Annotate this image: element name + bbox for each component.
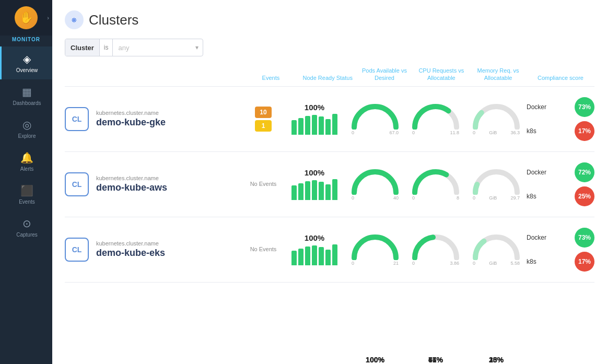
svg-text:⎈: ⎈ — [72, 15, 77, 24]
bar — [291, 120, 297, 135]
compliance-row: Docker 73% — [527, 97, 594, 117]
node-ready-pct: 100% — [305, 233, 324, 242]
pods-max: 67.0 — [389, 130, 399, 135]
compliance-badge: 73% — [575, 228, 594, 248]
compliance-row: k8s 25% — [527, 186, 594, 206]
pods-min: 0 — [352, 195, 354, 201]
compliance-badge: 17% — [575, 252, 594, 272]
bar — [332, 244, 337, 265]
cpu-gauge-range: 0 11.8 — [412, 130, 459, 135]
sidebar-item-events[interactable]: ⬛ Events — [0, 178, 52, 211]
gauge-svg — [473, 168, 520, 195]
col-compliance-label: Compliance score — [538, 75, 583, 81]
bar — [312, 180, 317, 200]
filter-select[interactable]: Cluster is any ▾ — [65, 39, 203, 56]
bar — [332, 114, 337, 135]
filter-bar: Cluster is any ▾ — [65, 39, 594, 56]
sidebar-item-explore[interactable]: ◎ Explore — [0, 112, 52, 145]
cpu-gauge-column: 71% 0 11.8 — [405, 102, 466, 135]
memory-unit: GiB — [489, 261, 497, 266]
compliance-name: k8s — [527, 193, 536, 200]
sidebar-item-captures[interactable]: ⊙ Captures — [0, 211, 52, 244]
cluster-namespace: kubernetes.cluster.name — [96, 240, 165, 246]
gauge-svg — [473, 102, 520, 130]
bar — [325, 250, 331, 265]
sidebar-item-overview[interactable]: ◈ Overview — [0, 46, 52, 79]
cluster-hex: CL — [65, 238, 89, 262]
filter-value-label: any — [113, 39, 191, 56]
cluster-name[interactable]: demo-kube-aws — [96, 182, 167, 193]
compliance-row: k8s 17% — [527, 121, 594, 141]
cluster-name[interactable]: demo-kube-eks — [96, 248, 165, 259]
cluster-text: kubernetes.cluster.name demo-kube-eks — [96, 240, 165, 259]
compliance-name: k8s — [527, 258, 536, 265]
main-content: ⎈ Clusters Cluster is any ▾ Events Node … — [52, 0, 607, 364]
compliance-badge: 73% — [575, 97, 594, 117]
pods-gauge-column: 100% 0 40 — [345, 168, 405, 201]
col-events-label: Events — [262, 75, 280, 81]
memory-min: 0 — [473, 261, 475, 266]
node-status-column: 100% — [284, 103, 345, 135]
cpu-min: 0 — [412, 195, 415, 201]
node-status-column: 100% — [284, 168, 345, 200]
cluster-name[interactable]: demo-kube-gke — [96, 117, 166, 128]
sidebar-item-alerts[interactable]: 🔔 Alerts — [0, 145, 52, 178]
cpu-min: 0 — [412, 261, 415, 266]
col-pods-header: Pods Available vs Desired — [356, 67, 413, 82]
pods-min: 0 — [352, 261, 354, 266]
bar-chart — [291, 244, 337, 265]
col-memory-label: Memory Req. vs Allocatable — [477, 67, 519, 81]
event-badge: 1 — [255, 120, 272, 132]
cluster-hex: CL — [65, 107, 89, 131]
cpu-max: 8 — [457, 195, 459, 201]
compliance-name: Docker — [527, 103, 546, 111]
pods-gauge-range: 0 40 — [352, 195, 399, 201]
sidebar-item-label-overview: Overview — [16, 67, 38, 73]
node-ready-pct: 100% — [305, 168, 324, 177]
cluster-row[interactable]: CL kubernetes.cluster.name demo-kube-gke… — [65, 87, 594, 152]
col-events-header: Events — [242, 74, 299, 81]
column-headers: Events Node Ready Status Pods Available … — [65, 67, 594, 87]
memory-gauge-column: 13% 0 GiB 29.7 — [466, 168, 527, 201]
compliance-name: Docker — [527, 234, 546, 241]
bar — [298, 183, 304, 200]
node-ready-pct: 100% — [305, 103, 324, 112]
pods-min: 0 — [352, 130, 354, 135]
sidebar-item-dashboards[interactable]: ▦ Dashboards — [0, 79, 52, 112]
cpu-max: 11.8 — [450, 130, 459, 135]
compliance-name: k8s — [527, 127, 536, 135]
cluster-text: kubernetes.cluster.name demo-kube-gke — [96, 110, 166, 128]
compliance-column: Docker 72% k8s 25% — [527, 162, 594, 206]
dashboards-icon: ▦ — [22, 86, 32, 98]
pods-gauge-range: 0 21 — [352, 261, 399, 266]
cluster-row[interactable]: CL kubernetes.cluster.name demo-kube-aws… — [65, 152, 594, 217]
bar — [291, 185, 297, 200]
cluster-info: CL kubernetes.cluster.name demo-kube-aws — [65, 172, 242, 196]
cpu-gauge-range: 0 8 — [412, 195, 459, 201]
cluster-row[interactable]: CL kubernetes.cluster.name demo-kube-eks… — [65, 217, 594, 283]
bar — [291, 251, 297, 265]
bar — [325, 119, 331, 135]
gauge-svg — [412, 168, 459, 195]
sidebar-item-label-alerts: Alerts — [20, 166, 34, 172]
gauge-svg — [412, 233, 459, 260]
bar — [298, 118, 304, 135]
sidebar-expand-icon[interactable]: › — [47, 15, 49, 21]
bar — [312, 115, 317, 135]
memory-gauge-range: 0 GiB 29.7 — [473, 195, 520, 201]
filter-chevron-icon[interactable]: ▾ — [191, 44, 203, 51]
bar — [319, 182, 324, 200]
explore-icon: ◎ — [22, 119, 31, 131]
compliance-row: Docker 72% — [527, 162, 594, 182]
cluster-list: CL kubernetes.cluster.name demo-kube-gke… — [65, 87, 594, 283]
events-icon: ⬛ — [20, 184, 33, 197]
filter-operator-label: is — [100, 39, 113, 56]
sidebar: ✋ › MONITOR ◈ Overview ▦ Dashboards ◎ Ex… — [0, 0, 52, 364]
pods-max: 40 — [393, 195, 399, 201]
pods-gauge-range: 0 67.0 — [352, 130, 399, 135]
bar — [305, 116, 310, 135]
filter-field-label: Cluster — [65, 39, 100, 56]
sidebar-item-label-explore: Explore — [18, 133, 36, 139]
compliance-badge: 25% — [575, 186, 594, 206]
compliance-badge: 17% — [575, 121, 594, 141]
